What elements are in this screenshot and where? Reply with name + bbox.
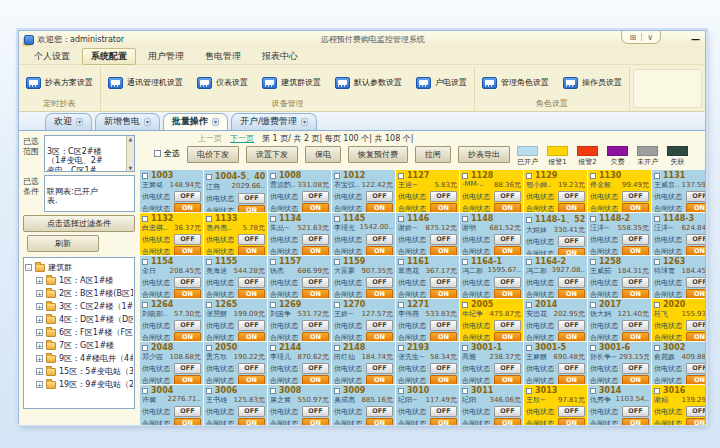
chevron-down-icon[interactable]: ∨ (647, 33, 653, 42)
supply-off-button[interactable]: OFF (238, 363, 265, 374)
supply-off-button[interactable]: OFF (302, 191, 329, 202)
supply-off-button[interactable]: OFF (686, 406, 705, 417)
meter-card[interactable]: 1155 奥海迪 544.28元 供电状态 OFF 合闸状态 ON (204, 256, 267, 298)
gate-on-button[interactable]: ON (238, 205, 265, 212)
card-checkbox[interactable] (526, 173, 532, 179)
batch-action-button[interactable]: 抄表导出 (458, 146, 510, 163)
card-checkbox[interactable] (206, 259, 212, 265)
card-checkbox[interactable] (398, 345, 404, 351)
ribbon-button[interactable]: 默认参数设置 (333, 75, 404, 91)
supply-off-button[interactable]: OFF (494, 320, 521, 331)
card-checkbox[interactable] (590, 259, 596, 265)
tree-node[interactable]: + 3区：C区2#楼（1#变… (25, 301, 133, 312)
gate-on-button[interactable]: ON (238, 375, 265, 384)
card-checkbox[interactable] (270, 259, 276, 265)
ribbon-button[interactable]: 通讯管理机设置 (106, 75, 185, 91)
meter-card[interactable]: 3001-5 王麻丽 690.48元 供电状态 OFF 合闸状态 ON (524, 342, 587, 384)
card-checkbox[interactable] (462, 259, 468, 265)
gate-on-button[interactable]: ON (686, 418, 705, 425)
supply-off-button[interactable]: OFF (494, 277, 521, 288)
card-checkbox[interactable] (526, 259, 532, 265)
card-checkbox[interactable] (526, 345, 532, 351)
supply-off-button[interactable]: OFF (622, 406, 649, 417)
meter-card[interactable]: 2144 李瑾儿 870.62元 供电状态 OFF 合闸状态 ON (268, 342, 331, 384)
supply-off-button[interactable]: OFF (174, 406, 201, 417)
card-checkbox[interactable] (654, 173, 660, 179)
supply-off-button[interactable]: OFF (494, 191, 521, 202)
supply-off-button[interactable]: OFF (494, 406, 521, 417)
card-checkbox[interactable] (590, 173, 596, 179)
document-tab[interactable]: 欢迎 ▾ (45, 113, 92, 130)
meter-card[interactable]: 2148 田红仙 184.74元 供电状态 OFF 合闸状态 ON (332, 342, 395, 384)
card-checkbox[interactable] (334, 388, 340, 394)
gate-on-button[interactable]: ON (238, 289, 265, 298)
gate-on-button[interactable]: ON (302, 375, 329, 384)
card-checkbox[interactable] (142, 345, 148, 351)
supply-off-button[interactable]: OFF (366, 320, 393, 331)
gate-on-button[interactable]: ON (302, 289, 329, 298)
tree-node[interactable]: + 7区：G区1#楼 (25, 340, 133, 351)
gate-on-button[interactable]: ON (238, 246, 265, 255)
meter-card[interactable]: 1127 王迪~ 5.83元 供电状态 OFF 合闸状态 ON (396, 170, 459, 212)
card-checkbox[interactable] (206, 174, 212, 180)
supply-off-button[interactable]: OFF (622, 191, 649, 202)
meter-card[interactable]: 3009 吴成惠 885.16元 供电状态 OFF 合闸状态 ON (332, 385, 395, 425)
gate-on-button[interactable]: ON (366, 375, 393, 384)
meter-card[interactable]: 1157 铁杰 686.99元 供电状态 OFF 合闸状态 ON (268, 256, 331, 298)
supply-off-button[interactable]: OFF (430, 277, 457, 288)
supply-off-button[interactable]: OFF (366, 406, 393, 417)
card-checkbox[interactable] (206, 302, 212, 308)
meter-card[interactable]: 2017 铁大妈 121.40元 供电状态 OFF 合闸状态 ON (588, 299, 651, 341)
meter-card[interactable]: 2020 桂飞 155.93元 供电状态 OFF 合闸状态 ON (652, 299, 705, 341)
card-checkbox[interactable] (142, 173, 148, 179)
gate-on-button[interactable]: ON (366, 203, 393, 212)
selected-condition-box[interactable]: 联网表:已开户 表. (44, 175, 135, 212)
gate-on-button[interactable]: ON (174, 289, 201, 298)
ribbon-button[interactable]: 仪表设置 (195, 75, 250, 91)
card-checkbox[interactable] (398, 173, 404, 179)
supply-off-button[interactable]: OFF (302, 363, 329, 374)
card-checkbox[interactable] (462, 388, 468, 394)
meter-card[interactable]: 1128 -MM-.. 88.36元 供电状态 OFF 合闸状态 ON (460, 170, 523, 212)
supply-off-button[interactable]: OFF (238, 277, 265, 288)
ribbon-button[interactable]: 管理角色设置 (480, 75, 551, 91)
meter-card[interactable]: 1270 王娇~ 127.57元 供电状态 OFF 合闸状态 ON (332, 299, 395, 341)
expand-icon[interactable]: + (36, 355, 43, 362)
gate-on-button[interactable]: ON (430, 418, 457, 425)
supply-off-button[interactable]: OFF (174, 234, 201, 245)
ribbon-button[interactable]: 操作员设置 (561, 75, 624, 91)
meter-card[interactable]: 1264 刘晓郡.. 57.30元 供电状态 OFF 合闸状态 ON (140, 299, 203, 341)
gate-on-button[interactable]: ON (174, 418, 201, 425)
menu-item[interactable]: 报表中心 (253, 48, 307, 65)
card-checkbox[interactable] (462, 216, 468, 222)
batch-action-button[interactable]: 保电 (305, 146, 341, 163)
select-all-checkbox[interactable] (154, 150, 161, 157)
meter-card[interactable]: 1148 谢明 681.52元 供电状态 OFF 合闸状态 ON (460, 213, 523, 255)
meter-card[interactable]: 1146 谢娇~ 875.12元 供电状态 OFF 合闸状态 ON (396, 213, 459, 255)
meter-card[interactable]: 1134 朱品~ 521.63元 供电状态 OFF 合闸状态 ON (268, 213, 331, 255)
gate-on-button[interactable]: ON (686, 246, 705, 255)
batch-action-button[interactable]: 电价下发 (187, 146, 239, 163)
meter-card[interactable]: 1161 草惠花 367.17元 供电状态 OFF 合闸状态 ON (396, 256, 459, 298)
supply-off-button[interactable]: OFF (302, 277, 329, 288)
gate-on-button[interactable]: ON (174, 332, 201, 341)
supply-off-button[interactable]: OFF (558, 236, 585, 247)
meter-card[interactable]: 2193 张先生~ 58.34元 供电状态 OFF 合闸状态 ON (396, 342, 459, 384)
supply-off-button[interactable]: OFF (622, 363, 649, 374)
gate-on-button[interactable]: ON (430, 203, 457, 212)
meter-card[interactable]: 1148-3 汪洋~ 624.84元 供电状态 OFF 合闸状态 ON (652, 213, 705, 255)
gate-on-button[interactable]: ON (366, 332, 393, 341)
tree-node[interactable]: + 2区：B区1#楼(B区1#… (25, 288, 133, 299)
menu-item[interactable]: 系统配置 (82, 48, 136, 65)
meter-card[interactable]: 1131 王威音.. 137.59元 供电状态 OFF 合闸状态 ON (652, 170, 705, 212)
gate-on-button[interactable]: ON (174, 375, 201, 384)
card-checkbox[interactable] (654, 302, 660, 308)
supply-off-button[interactable]: OFF (558, 191, 585, 202)
meter-card[interactable]: 1164-2 冯二郡 3927.08.. 供电状态 OFF 合闸状态 ON (524, 256, 587, 298)
supply-off-button[interactable]: OFF (238, 193, 265, 204)
document-tab[interactable]: 开户/缴费管理 ▾ (231, 113, 317, 130)
gate-on-button[interactable]: ON (366, 289, 393, 298)
gate-on-button[interactable]: ON (622, 246, 649, 255)
card-checkbox[interactable] (590, 345, 596, 351)
expand-icon[interactable]: + (36, 381, 43, 388)
